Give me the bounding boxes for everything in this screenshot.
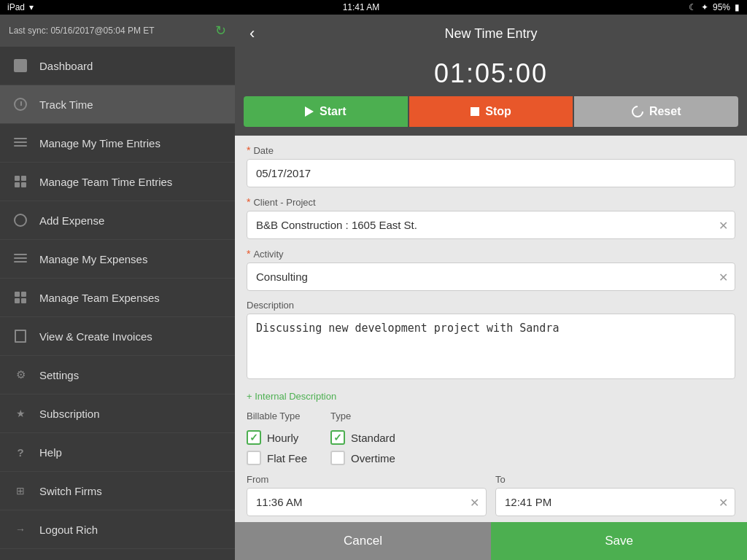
sidebar-label-track-time: Track Time bbox=[39, 98, 93, 111]
sidebar-label-switch-firms: Switch Firms bbox=[39, 485, 102, 497]
client-project-label: Client - Project bbox=[253, 197, 315, 208]
overtime-checkbox[interactable] bbox=[330, 451, 345, 465]
panel-header: ‹ New Time Entry bbox=[235, 15, 747, 52]
client-project-input[interactable] bbox=[247, 211, 735, 239]
date-input[interactable] bbox=[247, 159, 735, 187]
stop-button[interactable]: Stop bbox=[409, 96, 573, 127]
panel-title: New Time Entry bbox=[444, 26, 537, 42]
time-row: From ✕ To ✕ bbox=[247, 474, 735, 516]
hourly-checkbox[interactable]: ✓ bbox=[247, 430, 261, 445]
moon-icon: ☾ bbox=[689, 2, 697, 12]
battery-icon: ▮ bbox=[735, 2, 740, 12]
activity-clear-button[interactable]: ✕ bbox=[719, 270, 728, 284]
to-input-wrapper: ✕ bbox=[495, 488, 735, 516]
stop-icon bbox=[471, 107, 479, 116]
standard-checkbox-item: ✓ Standard bbox=[330, 430, 395, 445]
reset-button[interactable]: Reset bbox=[574, 96, 738, 127]
clock-icon bbox=[12, 96, 29, 113]
timer-controls: Start Stop Reset bbox=[235, 96, 747, 127]
activity-label: Activity bbox=[253, 249, 283, 260]
description-input[interactable]: Discussing new development project with … bbox=[247, 314, 735, 379]
help-icon: ? bbox=[12, 443, 29, 461]
start-button[interactable]: Start bbox=[244, 96, 408, 127]
sidebar-label-my-time-entries: Manage My Time Entries bbox=[39, 137, 160, 149]
to-input[interactable] bbox=[495, 488, 735, 516]
right-panel: ‹ New Time Entry 01:05:00 Start Stop Res… bbox=[235, 15, 747, 560]
sidebar-item-add-expense[interactable]: Add Expense bbox=[0, 201, 235, 240]
date-label: Date bbox=[253, 145, 273, 156]
building-icon: ⊞ bbox=[12, 482, 29, 499]
sidebar-label-help: Help bbox=[39, 446, 62, 459]
sidebar-item-my-expenses[interactable]: Manage My Expenses bbox=[0, 240, 235, 279]
billable-type-label: Billable Type bbox=[247, 411, 307, 421]
sidebar-label-dashboard: Dashboard bbox=[39, 60, 93, 72]
grid-icon2 bbox=[12, 289, 29, 306]
sidebar-item-team-expenses[interactable]: Manage Team Expenses bbox=[0, 279, 235, 317]
logout-icon: → bbox=[12, 521, 29, 538]
sync-bar: Last sync: 05/16/2017@05:04 PM ET ↻ bbox=[0, 15, 235, 47]
flat-fee-checkbox[interactable] bbox=[247, 451, 261, 465]
bottom-actions: Cancel Save bbox=[235, 522, 747, 560]
from-input[interactable] bbox=[247, 488, 487, 516]
back-button[interactable]: ‹ bbox=[244, 21, 260, 46]
sidebar-label-team-expenses: Manage Team Expenses bbox=[39, 292, 160, 304]
sidebar-item-track-time[interactable]: Track Time bbox=[0, 85, 235, 124]
internal-description-link[interactable]: + Internal Description bbox=[247, 391, 735, 402]
sidebar-item-dashboard[interactable]: Dashboard bbox=[0, 47, 235, 85]
sidebar-label-my-expenses: Manage My Expenses bbox=[39, 253, 147, 265]
person-icon bbox=[12, 211, 29, 229]
sidebar-label-settings: Settings bbox=[39, 369, 79, 381]
list-icon2 bbox=[12, 250, 29, 268]
standard-label: Standard bbox=[351, 432, 395, 444]
activity-input[interactable] bbox=[247, 262, 735, 291]
flat-fee-checkbox-item: Flat Fee bbox=[247, 451, 307, 465]
sync-button[interactable]: ↻ bbox=[215, 23, 226, 39]
activity-required-star: * bbox=[247, 248, 250, 260]
to-label: To bbox=[495, 474, 735, 485]
grid-icon bbox=[12, 173, 29, 190]
checkbox-row: Billable Type ✓ Hourly Flat Fee Type ✓ S… bbox=[247, 411, 735, 465]
to-clear-button[interactable]: ✕ bbox=[719, 495, 728, 509]
sidebar-label-invoices: View & Create Invoices bbox=[39, 330, 152, 343]
overtime-checkbox-item: Overtime bbox=[330, 451, 395, 465]
standard-checkmark: ✓ bbox=[333, 432, 342, 443]
date-required-star: * bbox=[247, 144, 250, 156]
sync-text: Last sync: 05/16/2017@05:04 PM ET bbox=[9, 26, 155, 36]
activity-field: ✕ bbox=[247, 262, 735, 291]
from-input-wrapper: ✕ bbox=[247, 488, 487, 516]
from-clear-button[interactable]: ✕ bbox=[470, 495, 479, 509]
play-icon bbox=[305, 106, 314, 117]
to-field: To ✕ bbox=[495, 474, 735, 516]
list-icon bbox=[12, 134, 29, 152]
sidebar-item-logout[interactable]: → Logout Rich bbox=[0, 510, 235, 549]
flat-fee-label: Flat Fee bbox=[267, 452, 307, 464]
standard-checkbox[interactable]: ✓ bbox=[330, 430, 345, 445]
from-field: From ✕ bbox=[247, 474, 487, 516]
bluetooth-icon: ✦ bbox=[701, 2, 708, 12]
cancel-button[interactable]: Cancel bbox=[235, 522, 491, 560]
from-label: From bbox=[247, 474, 487, 485]
sidebar-item-my-time-entries[interactable]: Manage My Time Entries bbox=[0, 124, 235, 163]
save-button[interactable]: Save bbox=[491, 522, 747, 560]
client-project-field-group: * Client - Project ✕ bbox=[247, 196, 735, 239]
sub-icon: ★ bbox=[12, 405, 29, 422]
type-group: Type ✓ Standard Overtime bbox=[330, 411, 395, 465]
client-project-clear-button[interactable]: ✕ bbox=[719, 218, 728, 232]
overtime-label: Overtime bbox=[351, 452, 395, 464]
activity-field-group: * Activity ✕ bbox=[247, 248, 735, 291]
sidebar-label-subscription: Subscription bbox=[39, 408, 100, 420]
status-bar: iPad ▾ 11:41 AM ☾ ✦ 95% ▮ bbox=[0, 0, 747, 15]
sidebar-item-switch-firms[interactable]: ⊞ Switch Firms bbox=[0, 472, 235, 510]
device-label: iPad bbox=[7, 2, 25, 12]
sidebar-item-team-time-entries[interactable]: Manage Team Time Entries bbox=[0, 163, 235, 201]
sidebar: Last sync: 05/16/2017@05:04 PM ET ↻ Dash… bbox=[0, 15, 235, 560]
sidebar-item-settings[interactable]: ⚙ Settings bbox=[0, 356, 235, 394]
settings-icon: ⚙ bbox=[12, 366, 29, 384]
billable-type-group: Billable Type ✓ Hourly Flat Fee bbox=[247, 411, 307, 465]
invoice-icon bbox=[12, 327, 29, 345]
timer-display: 01:05:00 bbox=[434, 58, 548, 89]
sidebar-item-invoices[interactable]: View & Create Invoices bbox=[0, 317, 235, 356]
timer-section: 01:05:00 Start Stop Reset bbox=[235, 52, 747, 136]
sidebar-item-help[interactable]: ? Help bbox=[0, 433, 235, 472]
sidebar-item-subscription[interactable]: ★ Subscription bbox=[0, 394, 235, 433]
